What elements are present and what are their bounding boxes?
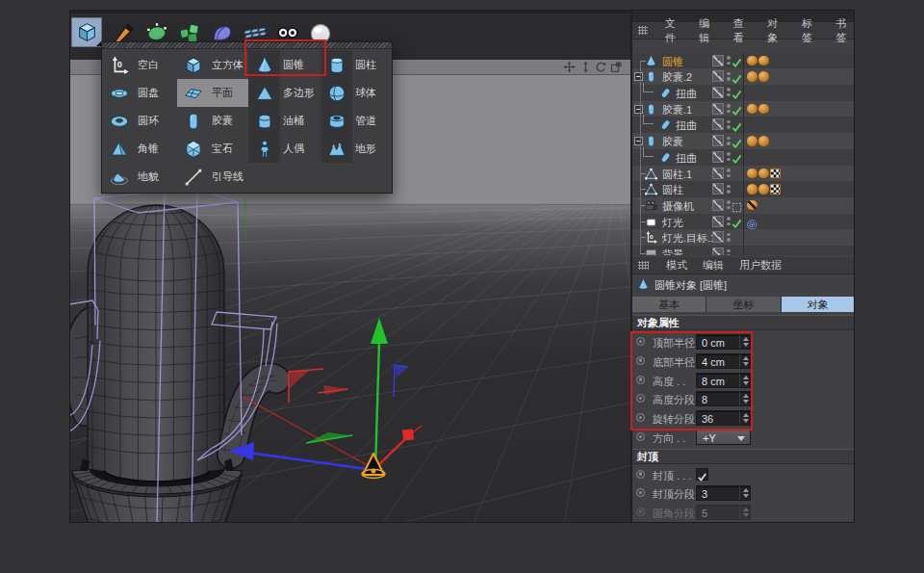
menu-item-figure[interactable]: 人偶 [248,135,321,163]
render-visibility-dot[interactable] [727,222,731,226]
object-name[interactable]: 扭曲 [676,87,697,101]
am-menu-模式[interactable]: 模式 [666,258,687,273]
editor-visibility-dot[interactable] [727,72,731,76]
object-name[interactable]: 灯光.目标.1 [662,231,716,246]
menu-item-oiltank[interactable]: 油桶 [248,107,321,135]
render-visibility-dot[interactable] [727,93,731,97]
field-value[interactable]: 5 [702,508,707,519]
editor-visibility-dot[interactable] [727,88,731,91]
tab-对象[interactable]: 对象 [782,297,855,312]
object-name[interactable]: 扭曲 [676,118,697,133]
checker-tag-icon[interactable] [770,169,781,179]
number-input-封顶分段[interactable]: 3 [696,485,751,501]
orange-tag-icon[interactable] [758,56,769,66]
field-value[interactable]: 4 cm [702,356,725,368]
render-visibility-dot[interactable] [727,125,731,129]
spinner-control[interactable] [739,411,750,425]
object-name[interactable]: 圆锥 [662,55,683,69]
expand-toggle[interactable] [634,72,643,81]
editor-visibility-dot[interactable] [727,200,731,204]
object-name[interactable]: 灯光 [662,216,683,230]
viewport-toggle-view-icon[interactable] [610,61,624,74]
viewport-pan-icon[interactable] [563,61,577,74]
protection-tag-icon[interactable] [747,200,757,211]
layer-swatch-toggle[interactable] [712,216,724,227]
menu-item-cone[interactable]: 圆锥 [248,51,321,79]
render-visibility-dot[interactable] [727,206,731,210]
layer-swatch-toggle[interactable] [712,55,724,66]
orange-tag-icon[interactable] [747,71,757,82]
expand-toggle[interactable] [634,137,643,145]
spinner-control[interactable] [739,354,750,368]
spinner-control[interactable] [739,486,750,500]
menu-item-guideline[interactable]: 引导线 [177,163,248,191]
menu-item-cylinder[interactable]: 圆柱 [321,51,394,79]
editor-visibility-dot[interactable] [727,169,731,172]
layer-swatch-toggle[interactable] [712,103,724,115]
render-visibility-dot[interactable] [727,62,731,65]
orange-tag-icon[interactable] [758,104,769,115]
layer-swatch-toggle[interactable] [712,199,724,211]
keyframe-circle-icon[interactable] [636,376,645,384]
orange-tag-icon[interactable] [747,56,757,66]
number-input-圆角分段[interactable]: 5 [696,505,751,520]
menu-item-tube[interactable]: 管道 [321,107,394,135]
menu-item-torus[interactable]: 圆环 [103,107,177,135]
am-menu-用户数据[interactable]: 用户数据 [739,258,782,273]
render-visibility-dot[interactable] [727,158,731,162]
checkbox-封顶[interactable] [696,468,708,481]
render-visibility-dot[interactable] [727,110,731,114]
keyframe-circle-icon[interactable] [636,470,645,479]
number-input-旋转分段[interactable]: 36 [696,410,751,426]
menu-item-plane[interactable]: 平面 [177,79,248,107]
tab-坐标[interactable]: 坐标 [706,297,780,312]
editor-visibility-dot[interactable] [727,217,731,221]
field-value[interactable]: 8 [702,394,707,405]
number-input-高度[interactable]: 8 cm [696,373,751,388]
menu-item-terrain[interactable]: 地形 [321,135,394,163]
keyframe-circle-icon[interactable] [636,337,645,346]
layer-swatch-toggle[interactable] [712,183,724,195]
keyframe-circle-icon[interactable] [636,394,645,403]
object-name[interactable]: 胶囊.1 [662,103,692,117]
keyframe-circle-icon[interactable] [636,432,645,441]
editor-visibility-dot[interactable] [727,104,731,108]
spinner-control[interactable] [739,374,750,387]
editor-visibility-dot[interactable] [727,137,731,141]
menu-item-pyramid[interactable]: 角锥 [103,135,177,163]
tab-基本[interactable]: 基本 [632,297,706,312]
editor-visibility-dot[interactable] [727,233,731,237]
layer-swatch-toggle[interactable] [712,168,724,179]
keyframe-circle-icon[interactable] [636,356,645,365]
field-value[interactable]: 3 [702,488,707,500]
om-menu-书签[interactable]: 书签 [835,16,855,45]
am-menu-编辑[interactable]: 编辑 [703,258,724,273]
target-tag-icon[interactable] [747,217,757,227]
object-name[interactable]: 扭曲 [676,151,697,166]
om-menu-对象[interactable]: 对象 [767,16,786,45]
orange-tag-icon[interactable] [758,136,769,146]
orange-tag-icon[interactable] [758,71,769,82]
menu-item-null-axis[interactable]: 0空白 [103,51,177,79]
field-value[interactable]: 36 [702,413,713,425]
menu-item-gem[interactable]: 宝石 [177,135,248,163]
keyframe-circle-icon[interactable] [636,488,645,497]
panel-divider[interactable] [630,10,632,523]
om-menu-查看[interactable]: 查看 [733,16,753,45]
layer-swatch-toggle[interactable] [712,70,724,82]
toolbar-button-cube-primitives[interactable] [71,17,102,47]
layer-swatch-toggle[interactable] [712,231,724,243]
render-visibility-dot[interactable] [727,190,731,194]
dropdown-方向[interactable]: +Y [696,430,751,445]
om-menu-文件[interactable]: 文件 [665,16,684,45]
render-visibility-dot[interactable] [727,238,731,242]
render-visibility-dot[interactable] [727,174,731,178]
viewport-dolly-icon[interactable] [579,61,593,74]
orange-tag-icon[interactable] [758,184,769,195]
layer-swatch-toggle[interactable] [712,135,724,146]
menu-item-cube[interactable]: 立方体 [177,51,248,79]
object-name[interactable]: 摄像机 [662,199,694,214]
checker-tag-icon[interactable] [770,184,781,195]
om-menu-标签[interactable]: 标签 [802,16,821,45]
object-name[interactable]: 胶囊 [662,135,683,149]
